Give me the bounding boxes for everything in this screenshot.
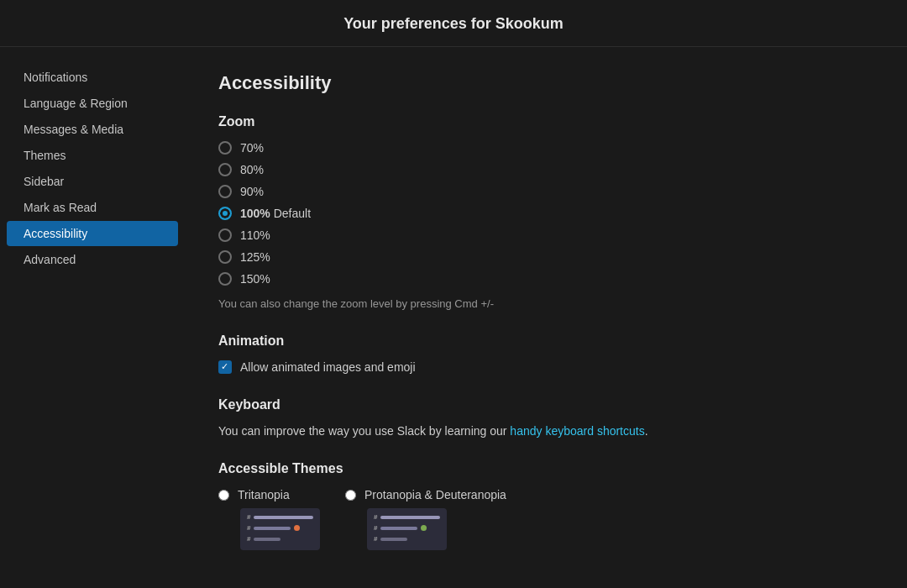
zoom-label-150: 150% bbox=[240, 272, 270, 286]
zoom-section-title: Zoom bbox=[218, 114, 873, 129]
protanopia-radio-row[interactable]: Protanopia & Deuteranopia bbox=[345, 488, 506, 501]
preview-hashtag-p2: # bbox=[374, 524, 377, 532]
sidebar-item-language-region[interactable]: Language & Region bbox=[7, 91, 178, 116]
keyboard-section: Keyboard You can improve the way you use… bbox=[218, 397, 873, 438]
tritanopia-label: Tritanopia bbox=[238, 488, 290, 501]
zoom-label-70: 70% bbox=[240, 141, 264, 155]
preview-row-1: # bbox=[247, 513, 313, 521]
zoom-radio-70[interactable] bbox=[218, 141, 232, 155]
sidebar-item-sidebar[interactable]: Sidebar bbox=[7, 169, 178, 194]
zoom-section: Zoom 70% 80% 90% 100% Default bbox=[218, 114, 873, 310]
preview-dot-orange bbox=[294, 525, 300, 531]
zoom-label-90: 90% bbox=[240, 185, 264, 198]
theme-option-tritanopia: Tritanopia # # bbox=[218, 488, 320, 550]
tritanopia-radio-row[interactable]: Tritanopia bbox=[218, 488, 320, 501]
preview-row-p3: # bbox=[374, 535, 440, 543]
zoom-radio-125[interactable] bbox=[218, 250, 232, 264]
preview-hashtag-3: # bbox=[247, 535, 250, 543]
zoom-option-150[interactable]: 150% bbox=[218, 272, 873, 286]
page-title: Your preferences for Skookum bbox=[343, 15, 564, 32]
zoom-radio-100[interactable] bbox=[218, 207, 232, 220]
preview-row-p1: # bbox=[374, 513, 440, 521]
sidebar: Notifications Language & Region Messages… bbox=[0, 47, 185, 588]
protanopia-radio[interactable] bbox=[345, 490, 356, 501]
tritanopia-radio[interactable] bbox=[218, 490, 229, 501]
preview-bar-short-1 bbox=[254, 527, 290, 530]
sidebar-item-themes[interactable]: Themes bbox=[7, 143, 178, 168]
themes-grid: Tritanopia # # bbox=[218, 488, 873, 550]
zoom-label-100: 100% Default bbox=[240, 207, 311, 220]
preview-bar-1 bbox=[254, 516, 313, 519]
top-bar: Your preferences for Skookum bbox=[0, 0, 907, 47]
zoom-radio-150[interactable] bbox=[218, 272, 232, 286]
keyboard-text-after: . bbox=[645, 424, 648, 438]
preview-bar-short-p1 bbox=[380, 527, 417, 530]
sidebar-item-messages-media[interactable]: Messages & Media bbox=[7, 117, 178, 142]
zoom-option-80[interactable]: 80% bbox=[218, 163, 873, 176]
zoom-label-80: 80% bbox=[240, 163, 264, 176]
keyboard-text-before: You can improve the way you use Slack by… bbox=[218, 424, 510, 438]
zoom-radio-110[interactable] bbox=[218, 228, 232, 242]
sidebar-item-accessibility[interactable]: Accessibility bbox=[7, 221, 178, 246]
tritanopia-preview: # # # bbox=[240, 508, 320, 550]
zoom-label-125: 125% bbox=[240, 250, 270, 264]
tritanopia-preview-inner: # # # bbox=[240, 508, 320, 548]
zoom-option-90[interactable]: 90% bbox=[218, 185, 873, 198]
animation-checkbox-label: Allow animated images and emoji bbox=[240, 360, 416, 374]
animation-section-title: Animation bbox=[218, 333, 873, 349]
zoom-option-110[interactable]: 110% bbox=[218, 228, 873, 242]
main-content: Accessibility Zoom 70% 80% 90% bbox=[185, 47, 907, 588]
sidebar-item-notifications[interactable]: Notifications bbox=[7, 65, 178, 90]
zoom-label-110: 110% bbox=[240, 228, 270, 242]
accessibility-section-title: Accessibility bbox=[218, 72, 873, 94]
keyboard-section-title: Keyboard bbox=[218, 397, 873, 412]
protanopia-label: Protanopia & Deuteranopia bbox=[364, 488, 506, 501]
zoom-option-125[interactable]: 125% bbox=[218, 250, 873, 264]
zoom-radio-group: 70% 80% 90% 100% Default 110% bbox=[218, 141, 873, 286]
preview-dot-green bbox=[421, 525, 427, 531]
preview-bar-p1 bbox=[380, 516, 440, 519]
preview-bar-shorter-p1 bbox=[380, 538, 407, 541]
accessible-themes-section: Accessible Themes Tritanopia # bbox=[218, 461, 873, 550]
protanopia-preview: # # # bbox=[367, 508, 447, 550]
keyboard-shortcuts-link[interactable]: handy keyboard shortcuts bbox=[510, 424, 644, 438]
preview-hashtag-2: # bbox=[247, 524, 250, 532]
preview-bar-shorter-1 bbox=[254, 538, 280, 541]
preview-row-3: # bbox=[247, 535, 313, 543]
preview-hashtag-p3: # bbox=[374, 535, 377, 543]
keyboard-description: You can improve the way you use Slack by… bbox=[218, 424, 873, 438]
zoom-hint: You can also change the zoom level by pr… bbox=[218, 297, 873, 310]
sidebar-item-advanced[interactable]: Advanced bbox=[7, 247, 178, 272]
zoom-radio-90[interactable] bbox=[218, 185, 232, 198]
protanopia-preview-inner: # # # bbox=[367, 508, 447, 548]
animation-checkbox[interactable] bbox=[218, 360, 232, 374]
preview-row-2: # bbox=[247, 524, 313, 532]
content-area: Notifications Language & Region Messages… bbox=[0, 47, 907, 588]
preview-hashtag-1: # bbox=[247, 513, 250, 521]
sidebar-item-mark-as-read[interactable]: Mark as Read bbox=[7, 195, 178, 220]
zoom-option-70[interactable]: 70% bbox=[218, 141, 873, 155]
zoom-radio-80[interactable] bbox=[218, 163, 232, 176]
animation-section: Animation Allow animated images and emoj… bbox=[218, 333, 873, 374]
accessible-themes-title: Accessible Themes bbox=[218, 461, 873, 476]
theme-option-protanopia: Protanopia & Deuteranopia # # bbox=[345, 488, 506, 550]
animation-checkbox-item[interactable]: Allow animated images and emoji bbox=[218, 360, 873, 374]
zoom-option-100[interactable]: 100% Default bbox=[218, 207, 873, 220]
preview-hashtag-p1: # bbox=[374, 513, 377, 521]
preview-row-p2: # bbox=[374, 524, 440, 532]
